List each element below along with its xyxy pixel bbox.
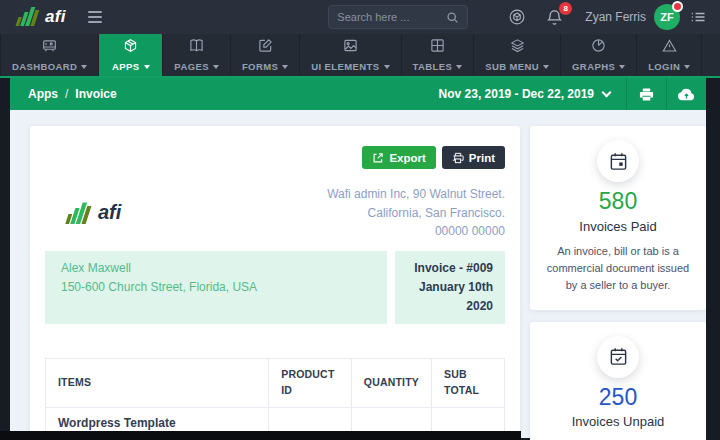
avatar[interactable]: ZF bbox=[654, 4, 680, 30]
printer-icon bbox=[452, 152, 464, 164]
nav-label: FORMS bbox=[242, 61, 278, 72]
dashboard-icon bbox=[42, 38, 57, 57]
nav-item-dashboard[interactable]: DASHBOARD bbox=[0, 34, 99, 76]
stats-column: 580 Invoices Paid An invoice, bill or ta… bbox=[530, 126, 706, 440]
table-header-product-id: PRODUCT ID bbox=[269, 359, 352, 408]
date-range-picker[interactable]: Nov 23, 2019 - Dec 22, 2019 bbox=[439, 87, 626, 101]
notification-badge: 8 bbox=[559, 2, 572, 15]
invoice-print-button[interactable]: Print bbox=[442, 146, 505, 169]
chevron-down-icon bbox=[543, 65, 549, 69]
nav-item-sub-menu[interactable]: SUB MENU bbox=[474, 34, 561, 76]
pages-book-icon bbox=[189, 38, 204, 57]
breadcrumb-page: Invoice bbox=[75, 87, 116, 101]
nav-label: APPS bbox=[112, 61, 139, 72]
nav-label: PAGES bbox=[174, 61, 209, 72]
invoice-brand-name: afi bbox=[98, 201, 121, 224]
user-name[interactable]: Zyan Ferris bbox=[585, 10, 646, 24]
invoice-brand-logo: afi bbox=[45, 197, 121, 229]
chevron-down-icon bbox=[456, 65, 462, 69]
breadcrumb-bar: Apps / Invoice Nov 23, 2019 - Dec 22, 20… bbox=[10, 78, 706, 110]
print-button[interactable] bbox=[626, 78, 666, 110]
nav-label: GRAPHS bbox=[572, 61, 615, 72]
export-icon bbox=[372, 152, 384, 164]
export-button[interactable]: Export bbox=[362, 146, 435, 169]
breadcrumb-separator: / bbox=[65, 87, 68, 101]
nav-item-forms[interactable]: FORMS bbox=[231, 34, 300, 76]
chevron-down-icon bbox=[282, 65, 288, 69]
search-box bbox=[328, 5, 468, 29]
nav-label: DASHBOARD bbox=[12, 61, 77, 72]
online-status-dot bbox=[672, 1, 683, 12]
chevron-down-icon bbox=[81, 65, 87, 69]
nav-item-ui-elements[interactable]: UI ELEMENTS bbox=[300, 34, 401, 76]
activity-list-icon[interactable] bbox=[690, 9, 706, 25]
apps-globe-icon[interactable] bbox=[508, 8, 526, 26]
item-name: Wordpress Template bbox=[58, 416, 256, 430]
breadcrumb-section[interactable]: Apps bbox=[28, 87, 58, 101]
nav-item-graphs[interactable]: GRAPHS bbox=[561, 34, 637, 76]
nav-label: UI ELEMENTS bbox=[311, 61, 379, 72]
chevron-down-icon bbox=[684, 65, 690, 69]
search-icon[interactable] bbox=[446, 11, 459, 24]
customer-name: Alex Maxwell bbox=[61, 259, 371, 278]
invoice-card: Export Print afi bbox=[30, 126, 520, 440]
tables-grid-icon bbox=[430, 38, 445, 57]
layers-icon bbox=[510, 38, 525, 57]
export-label: Export bbox=[389, 152, 425, 164]
print-label: Print bbox=[469, 152, 495, 164]
nav-label: TABLES bbox=[413, 61, 453, 72]
billing-row: Alex Maxwell 150-600 Church Street, Flor… bbox=[45, 251, 505, 325]
table-header-quantity: QUANTITY bbox=[351, 359, 431, 408]
stat-value: 580 bbox=[542, 188, 694, 216]
date-range-label: Nov 23, 2019 - Dec 22, 2019 bbox=[439, 87, 594, 101]
main-menu-bar: DASHBOARD APPS PAGES FORMS UI ELEMENTS T… bbox=[0, 34, 720, 78]
brand-bars-icon bbox=[63, 197, 95, 229]
brand-bars-icon bbox=[14, 3, 42, 31]
brand-name: afi bbox=[45, 7, 66, 27]
invoice-meta-block: Invoice - #009 January 10th 2020 bbox=[395, 251, 505, 325]
invoices-paid-card: 580 Invoices Paid An invoice, bill or ta… bbox=[530, 126, 706, 310]
company-address: Wafi admin Inc, 90 Walnut Street. Califo… bbox=[327, 185, 505, 241]
nav-label: SUB MENU bbox=[485, 61, 539, 72]
search-input[interactable] bbox=[337, 11, 446, 23]
nav-item-tables[interactable]: TABLES bbox=[402, 34, 475, 76]
nav-item-pages[interactable]: PAGES bbox=[163, 34, 231, 76]
chevron-down-icon bbox=[144, 65, 150, 69]
page-content: Export Print afi bbox=[10, 110, 706, 438]
stat-title: Invoices Paid bbox=[542, 219, 694, 234]
stat-value: 250 bbox=[542, 384, 694, 412]
table-header-items: ITEMS bbox=[46, 359, 269, 408]
invoice-number: Invoice - #009 bbox=[407, 259, 493, 278]
top-navbar: afi 8 Zyan Ferris ZF bbox=[0, 0, 720, 34]
calendar-icon bbox=[597, 140, 639, 182]
chevron-down-icon bbox=[213, 65, 219, 69]
chevron-down-icon bbox=[602, 87, 612, 97]
notifications-bell-icon[interactable]: 8 bbox=[546, 9, 563, 26]
ui-elements-image-icon bbox=[343, 38, 358, 57]
breadcrumb: Apps / Invoice bbox=[28, 87, 117, 101]
invoices-unpaid-card: 250 Invoices Unpaid An invoice, bill or … bbox=[530, 322, 706, 440]
calendar-check-icon bbox=[597, 336, 639, 378]
customer-address: 150-600 Church Street, Florida, USA bbox=[61, 278, 371, 297]
chevron-down-icon bbox=[384, 65, 390, 69]
sidebar-toggle-icon[interactable] bbox=[88, 11, 102, 23]
alert-triangle-icon bbox=[662, 38, 677, 57]
forms-edit-icon bbox=[258, 38, 273, 57]
invoice-items-table: ITEMS PRODUCT ID QUANTITY SUB TOTAL Word… bbox=[45, 358, 505, 440]
cloud-download-button[interactable] bbox=[666, 78, 706, 110]
brand-logo[interactable]: afi bbox=[14, 3, 66, 31]
nav-item-login[interactable]: LOGIN bbox=[637, 34, 702, 76]
nav-item-apps[interactable]: APPS bbox=[99, 34, 163, 76]
bottom-edge-strip bbox=[0, 431, 521, 440]
bill-to-block: Alex Maxwell 150-600 Church Street, Flor… bbox=[45, 251, 387, 325]
pie-chart-icon bbox=[591, 38, 606, 57]
avatar-initials: ZF bbox=[660, 11, 673, 23]
nav-label: LOGIN bbox=[648, 61, 680, 72]
stat-title: Invoices Unpaid bbox=[542, 414, 694, 429]
chevron-down-icon bbox=[619, 65, 625, 69]
stat-description: An invoice, bill or tab is a commercial … bbox=[542, 243, 694, 294]
apps-cube-icon bbox=[123, 38, 138, 57]
table-header-sub-total: SUB TOTAL bbox=[432, 359, 505, 408]
invoice-date: January 10th 2020 bbox=[407, 278, 493, 316]
